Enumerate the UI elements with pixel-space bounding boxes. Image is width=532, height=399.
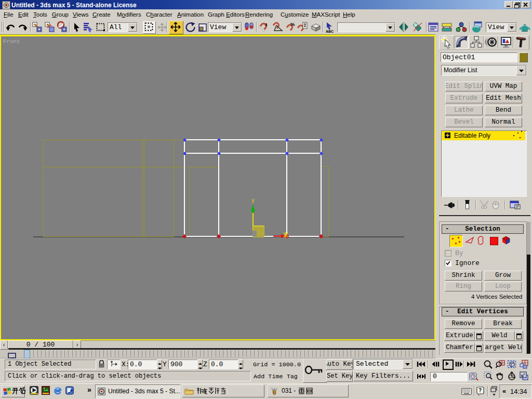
svg-text:?: ? <box>478 388 482 393</box>
svg-text:3: 3 <box>265 22 268 27</box>
svg-text:ABC: ABC <box>326 30 334 33</box>
svg-text:%: % <box>290 21 295 27</box>
